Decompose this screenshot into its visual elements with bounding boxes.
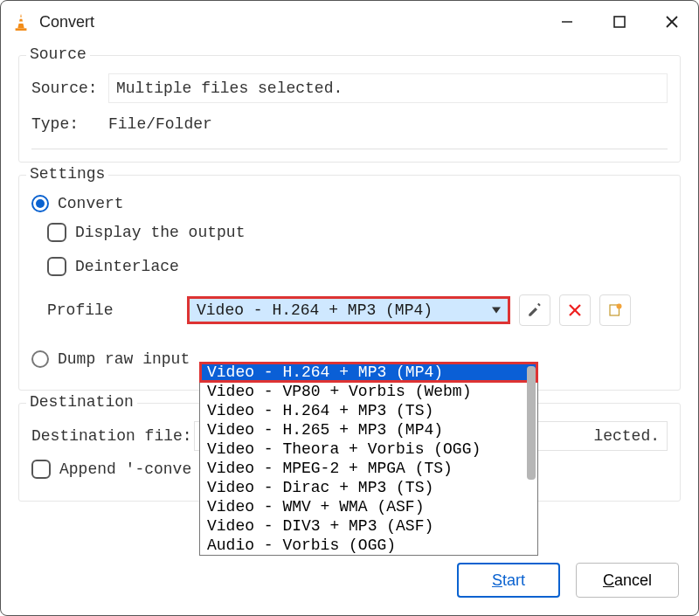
profile-option[interactable]: Video - Theora + Vorbis (OGG)	[200, 440, 537, 459]
source-label: Source:	[31, 80, 108, 97]
maximize-button[interactable]	[593, 1, 646, 43]
destination-file-label: Destination file:	[31, 427, 194, 445]
svg-rect-3	[16, 28, 27, 31]
cancel-label-rest: ancel	[614, 571, 652, 589]
profile-option[interactable]: Audio - Vorbis (OGG)	[200, 536, 537, 555]
svg-rect-5	[614, 17, 625, 27]
new-profile-button[interactable]	[599, 294, 631, 326]
dialog-buttons: Start Cancel	[457, 563, 679, 598]
checkbox-icon	[47, 223, 66, 242]
profile-label: Profile	[47, 301, 178, 319]
profile-dropdown[interactable]: Video - H.264 + MP3 (MP4) Video - VP80 +…	[199, 362, 538, 556]
profile-selected-text: Video - H.264 + MP3 (MP4)	[197, 301, 433, 319]
profile-option[interactable]: Video - DIV3 + MP3 (ASF)	[200, 516, 537, 536]
checkbox-icon	[31, 460, 51, 479]
profile-option[interactable]: Video - VP80 + Vorbis (Webm)	[200, 382, 537, 401]
convert-window: Convert Source Source: Multiple files se…	[0, 0, 699, 616]
checkbox-append-converted[interactable]: Append '-conve	[31, 460, 191, 479]
radio-convert-label: Convert	[58, 195, 124, 212]
source-legend: Source	[26, 45, 90, 63]
profile-select[interactable]: Video - H.264 + MP3 (MP4)	[187, 296, 510, 324]
vlc-cone-icon	[11, 12, 31, 31]
divider	[31, 149, 668, 149]
close-button[interactable]	[646, 1, 698, 43]
source-value: Multiple files selected.	[108, 73, 668, 103]
checkbox-deinterlace[interactable]: Deinterlace	[47, 257, 179, 276]
checkbox-icon	[47, 257, 66, 276]
svg-rect-2	[18, 22, 24, 24]
source-group: Source Source: Multiple files selected. …	[18, 55, 681, 163]
svg-point-11	[617, 304, 622, 309]
type-value: File/Folder	[108, 110, 668, 138]
profile-option[interactable]: Video - Dirac + MP3 (TS)	[200, 478, 537, 497]
settings-legend: Settings	[26, 165, 108, 183]
destination-legend: Destination	[26, 393, 137, 411]
append-label: Append '-conve	[59, 460, 191, 478]
type-label: Type:	[31, 115, 108, 133]
delete-profile-button[interactable]	[559, 294, 591, 326]
radio-dump-raw[interactable]: Dump raw input	[31, 350, 190, 368]
checkbox-display-output[interactable]: Display the output	[47, 223, 245, 242]
window-controls	[541, 1, 698, 43]
profile-option[interactable]: Video - MPEG-2 + MPGA (TS)	[200, 459, 537, 478]
profile-option[interactable]: Video - H.264 + MP3 (TS)	[200, 401, 537, 420]
svg-marker-0	[17, 14, 24, 29]
start-label-rest: tart	[502, 571, 525, 589]
profile-option[interactable]: Video - WMV + WMA (ASF)	[200, 497, 537, 516]
profile-option[interactable]: Video - H.265 + MP3 (MP4)	[200, 420, 537, 440]
profile-option[interactable]: Video - H.264 + MP3 (MP4)	[200, 363, 537, 382]
chevron-down-icon	[492, 308, 501, 314]
deinterlace-label: Deinterlace	[75, 258, 179, 275]
minimize-button[interactable]	[541, 1, 593, 43]
radio-dot-unchecked-icon	[31, 350, 49, 368]
svg-rect-1	[18, 17, 23, 19]
window-title: Convert	[39, 13, 541, 31]
display-output-label: Display the output	[75, 224, 245, 241]
start-button[interactable]: Start	[457, 563, 560, 598]
cancel-button[interactable]: Cancel	[576, 563, 679, 598]
edit-profile-button[interactable]	[519, 294, 550, 326]
titlebar: Convert	[1, 1, 698, 43]
radio-dot-checked-icon	[31, 195, 49, 212]
profile-row: Profile Video - H.264 + MP3 (MP4)	[31, 286, 668, 326]
radio-convert[interactable]: Convert	[31, 195, 124, 212]
dump-raw-label: Dump raw input	[58, 350, 190, 368]
scrollbar-thumb[interactable]	[527, 366, 536, 480]
settings-group: Settings Convert Display the output Dein…	[18, 175, 681, 391]
